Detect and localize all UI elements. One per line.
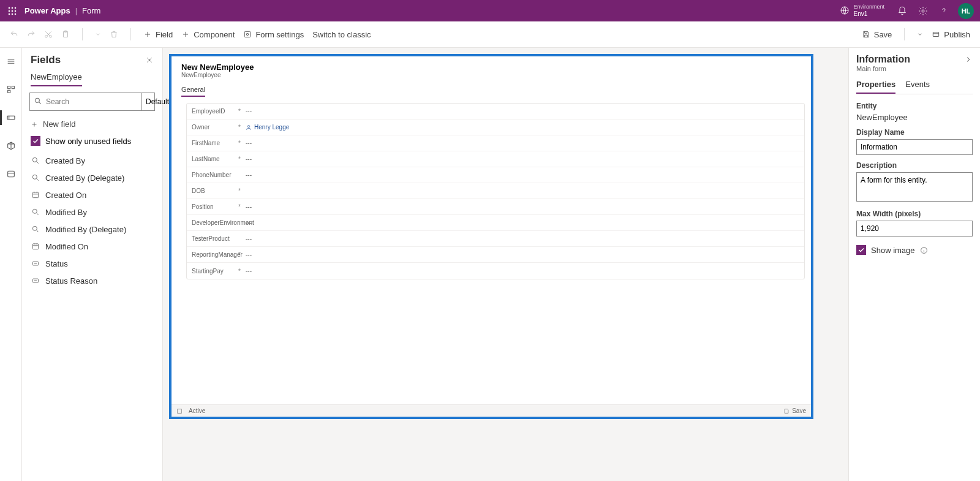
rail-tree-view[interactable] [0, 81, 22, 98]
publish-button[interactable]: Publish [932, 30, 970, 39]
fields-panel-title: Fields [31, 54, 61, 66]
show-unused-checkbox-row[interactable]: Show only unused fields [22, 132, 162, 152]
field-list-item[interactable]: Modified On [22, 238, 162, 255]
show-image-row[interactable]: Show image [856, 245, 973, 255]
notifications-icon[interactable] [894, 3, 910, 19]
form-field-row[interactable]: TesterProduct--- [187, 231, 804, 247]
properties-panel: Information Main form Properties Events … [848, 48, 980, 481]
form-field-row[interactable]: DeveloperEnvironment--- [187, 215, 804, 231]
svg-point-2 [15, 7, 17, 9]
field-item-label: Status [45, 259, 68, 268]
field-list-item[interactable]: Modified By (Delegate) [22, 221, 162, 238]
form-field-label: LastName [192, 156, 238, 162]
form-field-row[interactable]: PhoneNumber--- [187, 167, 804, 183]
required-indicator: * [238, 268, 246, 275]
delete-button[interactable] [110, 30, 118, 39]
fields-panel: Fields NewEmployee Default New field Sho… [22, 48, 163, 481]
fields-entity-tab[interactable]: NewEmployee [31, 70, 82, 86]
add-component-button[interactable]: Component [181, 30, 235, 39]
paste-button[interactable] [61, 30, 70, 39]
waffle-icon[interactable] [6, 5, 18, 17]
redo-button[interactable] [27, 30, 36, 39]
environment-name: Env1 [853, 10, 884, 17]
field-list-item[interactable]: Created By [22, 152, 162, 169]
svg-point-0 [9, 7, 10, 9]
svg-rect-33 [178, 409, 182, 413]
form-field-label: DeveloperEnvironment [192, 219, 238, 226]
form-field-value: --- [246, 203, 252, 210]
paste-dropdown[interactable] [95, 31, 101, 37]
svg-rect-29 [32, 244, 38, 249]
user-avatar[interactable]: HL [958, 3, 974, 19]
svg-rect-26 [32, 192, 38, 198]
maxwidth-input[interactable] [856, 221, 973, 237]
page-label: Form [82, 6, 100, 15]
undo-button[interactable] [10, 30, 18, 39]
form-field-row[interactable]: ReportingManager*--- [187, 247, 804, 263]
save-button[interactable]: Save [862, 30, 892, 39]
required-indicator: * [238, 187, 246, 194]
svg-point-24 [32, 157, 37, 162]
settings-icon[interactable] [915, 3, 931, 19]
svg-point-3 [9, 10, 10, 12]
svg-point-5 [15, 10, 17, 12]
description-input[interactable] [856, 172, 973, 202]
properties-expand-icon[interactable] [964, 55, 973, 64]
environment-picker[interactable]: Environment Env1 [840, 4, 884, 17]
rail-fields[interactable] [0, 109, 22, 126]
field-type-icon [31, 241, 40, 251]
add-field-button[interactable]: Field [143, 30, 173, 39]
form-field-value: --- [246, 251, 252, 258]
rail-hamburger[interactable] [0, 53, 22, 70]
brand-label: Power Apps [24, 6, 70, 15]
field-type-icon [31, 276, 40, 286]
form-field-value: --- [246, 268, 252, 275]
svg-rect-17 [933, 32, 939, 37]
form-field-row[interactable]: Position*--- [187, 199, 804, 215]
info-icon[interactable] [920, 246, 928, 254]
required-indicator: * [238, 203, 246, 210]
svg-point-23 [35, 98, 39, 102]
rail-data[interactable] [0, 165, 22, 183]
svg-point-25 [32, 175, 37, 179]
fields-search-input[interactable] [30, 93, 141, 110]
show-unused-checkbox[interactable] [31, 136, 40, 146]
maxwidth-label: Max Width (pixels) [856, 210, 973, 218]
field-list-item[interactable]: Status Reason [22, 272, 162, 289]
close-fields-icon[interactable] [145, 56, 154, 64]
form-field-label: FirstName [192, 140, 238, 146]
form-tab-general[interactable]: General [181, 86, 205, 97]
rail-components[interactable] [0, 137, 22, 154]
form-canvas[interactable]: New NewEmployee NewEmployee General Empl… [169, 54, 813, 419]
display-name-input[interactable] [856, 139, 973, 155]
cut-button[interactable] [44, 30, 53, 39]
form-field-row[interactable]: StartingPay*--- [187, 263, 804, 279]
save-dropdown[interactable] [917, 31, 923, 37]
form-field-label: PhoneNumber [192, 172, 238, 178]
show-image-checkbox[interactable] [856, 245, 866, 255]
svg-rect-21 [7, 116, 15, 119]
form-field-label: TesterProduct [192, 235, 238, 242]
tab-properties[interactable]: Properties [856, 76, 895, 94]
switch-classic-button[interactable]: Switch to classic [312, 30, 371, 39]
required-indicator: * [238, 251, 246, 258]
form-field-row[interactable]: FirstName*--- [187, 135, 804, 151]
form-field-row[interactable]: Owner*Henry Legge [187, 119, 804, 135]
form-settings-button[interactable]: Form settings [243, 30, 304, 39]
field-list-item[interactable]: Modified By [22, 203, 162, 221]
tab-events[interactable]: Events [905, 76, 930, 94]
form-record-title: New NewEmployee [181, 62, 801, 72]
field-list-item[interactable]: Created By (Delegate) [22, 169, 162, 186]
form-field-row[interactable]: LastName*--- [187, 151, 804, 167]
required-indicator: * [238, 108, 246, 115]
svg-point-8 [15, 13, 17, 15]
form-field-value: --- [246, 219, 252, 226]
help-icon[interactable] [936, 3, 952, 19]
field-list-item[interactable]: Created On [22, 186, 162, 203]
form-field-row[interactable]: EmployeeID*--- [187, 104, 804, 119]
form-field-row[interactable]: DOB* [187, 183, 804, 199]
svg-point-6 [9, 13, 10, 15]
new-field-button[interactable]: New field [22, 116, 162, 132]
svg-rect-18 [7, 86, 10, 89]
field-list-item[interactable]: Status [22, 255, 162, 272]
